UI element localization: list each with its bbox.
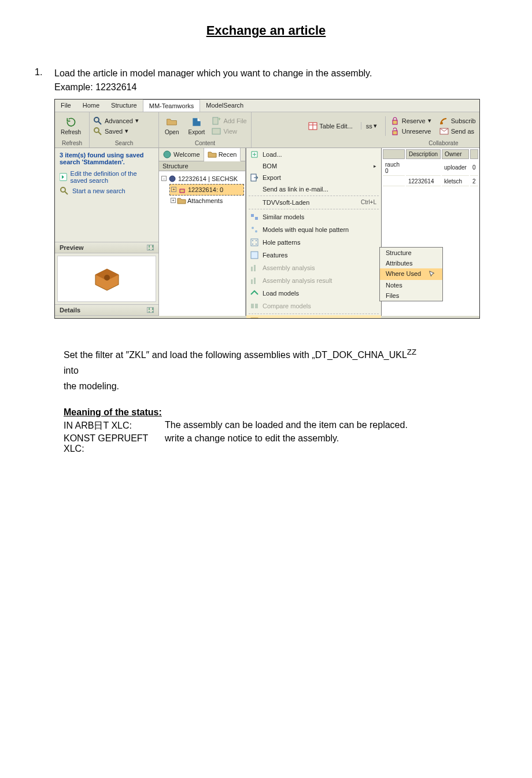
class-dropdown[interactable]: ss ▾ xyxy=(361,122,377,130)
ribbon-group-content: Open Export + Add File xyxy=(159,112,252,148)
svg-point-26 xyxy=(252,227,254,229)
svg-rect-25 xyxy=(255,217,258,220)
col-owner[interactable]: Owner xyxy=(442,149,469,159)
ctx-features[interactable]: Features xyxy=(246,249,381,261)
expand-toggle-icon[interactable]: + xyxy=(171,198,176,203)
svg-rect-38 xyxy=(251,304,254,308)
tree-attachments-node[interactable]: + Attachments xyxy=(169,196,244,206)
col-description[interactable]: Description xyxy=(406,149,441,159)
svg-rect-10 xyxy=(393,120,397,124)
ctx-bom-label: BOM xyxy=(263,163,277,169)
ctx-bom[interactable]: BOM ▸ xyxy=(246,161,381,171)
unreserve-button[interactable]: Unreserve xyxy=(390,127,431,136)
collapse-icon xyxy=(147,245,154,250)
ctx-similar[interactable]: Similar models xyxy=(246,211,381,223)
analysis-icon xyxy=(250,263,259,272)
magnifier-icon xyxy=(93,116,102,126)
lock-icon xyxy=(390,116,400,126)
table-edit-button[interactable]: Table Edit... xyxy=(308,121,352,131)
submenu-where-label: Where Used xyxy=(386,270,421,278)
subscribe-button[interactable]: Subscrib xyxy=(439,116,476,126)
unreserve-label: Unreserve xyxy=(402,128,431,135)
ctx-dbprops-label: DB Properties xyxy=(263,318,302,319)
ctx-asm-result: Assembly analysis result xyxy=(246,274,381,287)
tab-welcome[interactable]: Welcome xyxy=(159,148,204,161)
new-search-link[interactable]: Start a new search xyxy=(55,185,158,197)
pattern-icon xyxy=(250,238,259,247)
search-saved-button[interactable]: Saved ▾ xyxy=(93,127,128,136)
edit-saved-search-link[interactable]: Edit the definition of the saved search xyxy=(55,169,158,185)
preview-thumbnail xyxy=(57,256,156,302)
svg-rect-37 xyxy=(254,278,256,284)
ctx-holepat[interactable]: Hole patterns xyxy=(246,236,381,249)
cell-r1c3: 0 xyxy=(470,160,478,176)
open-label: Open xyxy=(165,129,179,135)
app-screenshot: File Home Structure MM-Teamworks ModelSe… xyxy=(54,99,480,319)
ctx-load-label: Load... xyxy=(263,151,282,158)
submenu-files[interactable]: Files xyxy=(380,290,442,301)
submenu-where-used[interactable]: Where Used xyxy=(380,268,442,280)
submenu-attributes[interactable]: Attributes xyxy=(380,258,442,268)
ctx-sendmail[interactable]: Send as link in e-mail... xyxy=(246,184,381,194)
ctx-dbprops[interactable]: DB Properties ▸ xyxy=(246,315,381,319)
center-pane: Welcome Recen Structure - 12232614 | SEC… xyxy=(159,148,246,316)
unlock-icon xyxy=(390,127,400,136)
refresh-icon xyxy=(65,116,77,128)
expand-toggle-icon[interactable]: + xyxy=(171,187,176,192)
class-label: ss xyxy=(366,123,372,130)
menu-home[interactable]: Home xyxy=(77,99,105,112)
svg-line-16 xyxy=(65,191,68,194)
reserve-button[interactable]: Reserve ▾ xyxy=(390,116,431,126)
menu-structure[interactable]: Structure xyxy=(105,99,143,112)
details-panel-header[interactable]: Details xyxy=(55,304,158,316)
tree-child-label: 12232614: 0 xyxy=(188,186,223,193)
tab-recent[interactable]: Recen xyxy=(204,148,241,161)
sendas-button[interactable]: Send as xyxy=(439,127,476,136)
dropdown-caret-icon: ▾ xyxy=(135,117,139,124)
search-advanced-button[interactable]: Advanced ▾ xyxy=(93,116,139,126)
svg-rect-22 xyxy=(180,189,184,193)
svg-text:+: + xyxy=(218,116,221,122)
ctx-holepat-models[interactable]: Models with equal hole pattern xyxy=(246,223,381,236)
add-file-icon: + xyxy=(212,116,221,126)
table-row[interactable]: 12232614 kletsch 2 xyxy=(383,177,478,186)
open-button[interactable]: Open xyxy=(162,115,181,137)
preview-panel-header[interactable]: Preview xyxy=(55,242,158,253)
menu-mm-teamworks[interactable]: MM-Teamworks xyxy=(143,99,201,112)
cell-r2c1: 12232614 xyxy=(406,177,441,186)
add-file-button[interactable]: + Add File xyxy=(212,116,246,126)
refresh-button[interactable]: Refresh xyxy=(58,115,83,137)
menu-file[interactable]: File xyxy=(55,99,77,112)
ctx-tdv[interactable]: TDVVsoft-Laden Ctrl+L xyxy=(246,197,381,208)
mail-icon xyxy=(439,127,449,136)
submenu-notes[interactable]: Notes xyxy=(380,280,442,290)
ctx-compare-label: Compare models xyxy=(263,303,311,309)
menu-modelsearch[interactable]: ModelSearch xyxy=(200,99,249,112)
load-icon xyxy=(250,150,259,159)
ctx-loadmodels[interactable]: Load models xyxy=(246,287,381,300)
subscribe-icon xyxy=(439,116,449,126)
svg-rect-28 xyxy=(251,239,258,246)
svg-point-32 xyxy=(256,244,257,245)
view-button[interactable]: View xyxy=(212,127,246,136)
left-pane: 3 item(s) found using saved search 'Stam… xyxy=(55,148,159,316)
export-button[interactable]: Export xyxy=(186,115,207,137)
svg-rect-39 xyxy=(255,304,258,308)
filter-sup: ZZ xyxy=(407,348,416,356)
submenu-structure[interactable]: Structure xyxy=(380,248,442,258)
svg-point-2 xyxy=(94,128,99,132)
table-row[interactable]: rauch 0 uploader 0 xyxy=(383,160,478,176)
dbprops-submenu: Structure Attributes Where Used Notes Fi… xyxy=(379,247,443,301)
expand-toggle-icon[interactable]: - xyxy=(161,176,167,181)
step-text-line1: Load the article in model manager which … xyxy=(54,67,480,80)
compare-icon xyxy=(250,301,259,311)
svg-rect-11 xyxy=(393,131,397,135)
lock-icon xyxy=(178,185,187,194)
tree-child-selected[interactable]: + 12232614: 0 xyxy=(169,184,244,196)
ctx-export[interactable]: Export xyxy=(246,171,381,184)
step-number: 1. xyxy=(35,67,47,342)
tree-root-node[interactable]: - 12232614 | SECHSK xyxy=(160,174,244,184)
ctx-separator xyxy=(249,196,379,196)
ctx-similar-label: Similar models xyxy=(263,213,304,220)
ctx-load[interactable]: Load... xyxy=(246,148,381,161)
